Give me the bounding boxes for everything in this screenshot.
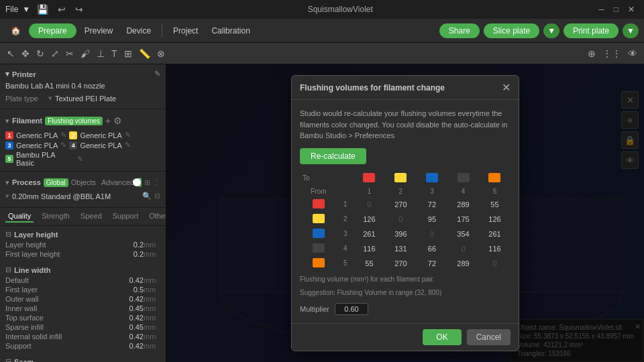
- flush-cell-3-5[interactable]: 261: [479, 227, 511, 241]
- dialog-close-btn[interactable]: ✕: [502, 81, 511, 94]
- first-layer-lw-value[interactable]: 0.5: [113, 286, 144, 294]
- filament-settings-btn[interactable]: ⚙: [113, 115, 122, 126]
- minimize-btn[interactable]: ─: [594, 5, 608, 14]
- maximize-btn[interactable]: □: [610, 5, 623, 14]
- flush-cell-3-1[interactable]: 261: [354, 227, 385, 241]
- flush-cell-2-5[interactable]: 126: [479, 212, 511, 227]
- internal-solid-lw-value[interactable]: 0.42: [113, 333, 144, 341]
- mesh-bool-tool[interactable]: ⊗: [154, 46, 168, 61]
- filament-edit-1[interactable]: ✎: [60, 131, 66, 139]
- print-dropdown-btn[interactable]: ▼: [623, 23, 639, 38]
- cancel-btn[interactable]: Cancel: [467, 329, 511, 345]
- advanced-toggle[interactable]: [138, 178, 142, 187]
- flush-cell-5-2[interactable]: 270: [385, 256, 417, 271]
- undo-btn[interactable]: ↩: [55, 2, 68, 17]
- arrange-btn[interactable]: ⋮⋮: [600, 46, 624, 61]
- line-width-title: Line width: [14, 266, 50, 274]
- printer-header[interactable]: ▾ Printer ✎: [5, 68, 160, 80]
- process-objects-btn[interactable]: Objects: [71, 178, 96, 186]
- recalculate-btn[interactable]: Re-calculate: [300, 148, 366, 164]
- flush-cell-3-3[interactable]: 0: [417, 227, 447, 241]
- device-btn[interactable]: Device: [121, 23, 156, 38]
- flush-cell-2-3[interactable]: 95: [417, 212, 447, 227]
- paint-tool[interactable]: 🖌: [78, 46, 93, 61]
- process-settings-btn[interactable]: ⊞: [144, 178, 150, 187]
- flush-cell-1-2[interactable]: 270: [385, 197, 417, 212]
- save-btn[interactable]: 💾: [34, 2, 51, 17]
- layer-height-header[interactable]: ⊟ Layer height: [0, 229, 166, 240]
- flush-cell-1-5[interactable]: 55: [479, 197, 511, 212]
- top-surface-lw-value[interactable]: 0.42: [113, 314, 144, 322]
- move-tool[interactable]: ✥: [19, 46, 32, 61]
- text-tool[interactable]: T: [109, 46, 120, 61]
- flush-cell-4-5[interactable]: 116: [479, 241, 511, 256]
- scale-tool[interactable]: ⤢: [48, 46, 62, 61]
- filament-edit-4[interactable]: ✎: [125, 141, 131, 149]
- flush-cell-5-5[interactable]: 0: [479, 256, 511, 271]
- process-global-badge[interactable]: Global: [44, 178, 68, 187]
- plate-type-value[interactable]: Textured PEI Plate: [55, 95, 116, 103]
- flush-cell-3-4[interactable]: 354: [447, 227, 479, 241]
- project-btn[interactable]: Project: [168, 23, 203, 38]
- flush-cell-3-2[interactable]: 396: [385, 227, 417, 241]
- tab-speed[interactable]: Speed: [78, 210, 105, 223]
- preset-name[interactable]: 0.20mm Standard @BBL A1M: [12, 192, 111, 200]
- calibration-btn[interactable]: Calibration: [206, 23, 255, 38]
- flush-cell-2-2[interactable]: 0: [385, 212, 417, 227]
- inner-wall-lw-value[interactable]: 0.45: [113, 304, 144, 312]
- preset-compare-btn[interactable]: ⊟: [154, 192, 160, 200]
- ok-btn[interactable]: OK: [423, 329, 461, 345]
- first-layer-height-value[interactable]: 0.2: [113, 250, 144, 258]
- flush-cell-5-1[interactable]: 55: [354, 256, 385, 271]
- orient-btn[interactable]: ⊕: [585, 46, 598, 61]
- filament-edit-3[interactable]: ✎: [60, 141, 66, 149]
- select-tool[interactable]: ↖: [4, 46, 17, 61]
- flush-cell-1-1[interactable]: 0: [354, 197, 385, 212]
- flush-cell-4-1[interactable]: 116: [354, 241, 385, 256]
- cut-tool[interactable]: ✂: [63, 46, 76, 61]
- rotate-tool[interactable]: ↻: [34, 46, 47, 61]
- file-dropdown-icon[interactable]: ▼: [22, 5, 30, 14]
- flush-cell-1-4[interactable]: 289: [447, 197, 479, 212]
- home-btn[interactable]: 🏠: [5, 23, 26, 38]
- assemble-tool[interactable]: ⊞: [121, 46, 135, 61]
- slice-dropdown-btn[interactable]: ▼: [543, 23, 559, 38]
- seam-header[interactable]: ⊟ Seam: [0, 356, 166, 362]
- flush-cell-4-2[interactable]: 131: [385, 241, 417, 256]
- filament-edit-5[interactable]: ✎: [77, 155, 83, 164]
- measure-tool[interactable]: 📏: [136, 46, 153, 61]
- preset-search-btn[interactable]: 🔍: [142, 192, 152, 200]
- flush-cell-2-1[interactable]: 126: [354, 212, 385, 227]
- tab-support[interactable]: Support: [110, 210, 142, 223]
- app-file-menu[interactable]: File: [5, 5, 18, 14]
- tab-others[interactable]: Others: [146, 210, 166, 223]
- default-lw-value[interactable]: 0.42: [113, 276, 144, 284]
- multiplier-input[interactable]: [335, 303, 368, 315]
- share-btn[interactable]: Share: [439, 23, 480, 38]
- sparse-infill-lw-value[interactable]: 0.45: [113, 323, 144, 331]
- flush-cell-5-4[interactable]: 289: [447, 256, 479, 271]
- tab-strength[interactable]: Strength: [39, 210, 72, 223]
- flush-cell-4-3[interactable]: 66: [417, 241, 447, 256]
- tab-quality[interactable]: Quality: [5, 210, 34, 223]
- add-filament-btn[interactable]: +: [105, 115, 111, 126]
- print-btn[interactable]: Print plate: [564, 23, 619, 38]
- layer-height-value[interactable]: 0.2: [113, 241, 144, 249]
- redo-btn[interactable]: ↪: [72, 2, 86, 17]
- outer-wall-lw-value[interactable]: 0.42: [113, 295, 144, 303]
- flushing-badge[interactable]: Flushing volumes: [45, 117, 103, 125]
- view-btn[interactable]: 👁: [625, 46, 640, 61]
- flush-cell-4-4[interactable]: 0: [447, 241, 479, 256]
- support-lw-value[interactable]: 0.42: [113, 342, 144, 350]
- close-btn[interactable]: ✕: [624, 5, 639, 14]
- filament-edit-2[interactable]: ✎: [125, 131, 131, 139]
- flush-cell-5-3[interactable]: 72: [417, 256, 447, 271]
- process-more-btn[interactable]: ⋮: [153, 178, 160, 187]
- preview-btn[interactable]: Preview: [79, 23, 119, 38]
- prepare-btn[interactable]: Prepare: [29, 23, 76, 38]
- line-width-header[interactable]: ⊟ Line width: [0, 264, 166, 276]
- slice-btn[interactable]: Slice plate: [484, 23, 539, 38]
- flush-cell-1-3[interactable]: 72: [417, 197, 447, 212]
- flush-cell-2-4[interactable]: 175: [447, 212, 479, 227]
- support-tool[interactable]: ⊥: [94, 46, 107, 61]
